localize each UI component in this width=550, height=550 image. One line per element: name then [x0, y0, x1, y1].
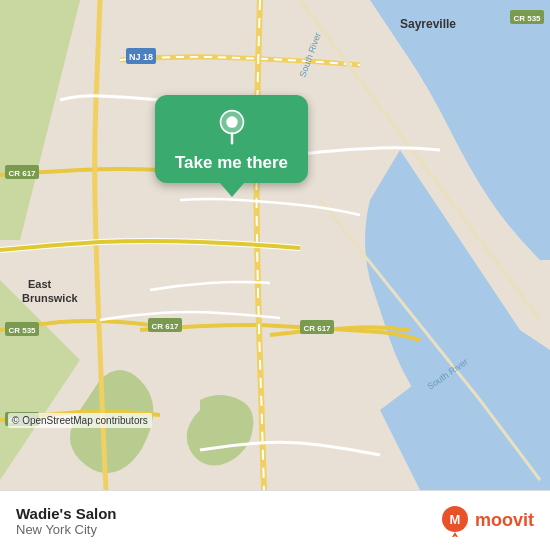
svg-text:CR 535: CR 535 — [513, 14, 541, 23]
svg-text:CR 617: CR 617 — [8, 169, 36, 178]
svg-text:East: East — [28, 278, 52, 290]
svg-text:M: M — [450, 512, 461, 527]
location-pin-icon — [214, 109, 250, 145]
moovit-logo[interactable]: M moovit — [439, 505, 534, 537]
location-city: New York City — [16, 522, 117, 537]
svg-text:Brunswick: Brunswick — [22, 292, 79, 304]
svg-text:CR 617: CR 617 — [151, 322, 179, 331]
svg-point-21 — [226, 116, 237, 127]
bottom-bar: Wadie's Salon New York City M moovit — [0, 490, 550, 550]
svg-text:CR 535: CR 535 — [8, 326, 36, 335]
moovit-text: moovit — [475, 510, 534, 531]
location-info: Wadie's Salon New York City — [16, 505, 117, 537]
popup-label: Take me there — [175, 153, 288, 173]
map-container: NJ 18 CR 617 CR 617 CR 617 CR 535 CR 535… — [0, 0, 550, 490]
popup-bubble[interactable]: Take me there — [155, 95, 308, 183]
svg-text:CR 617: CR 617 — [303, 324, 331, 333]
svg-text:Sayreville: Sayreville — [400, 17, 456, 31]
moovit-icon: M — [439, 505, 471, 537]
osm-attribution: © OpenStreetMap contributors — [8, 413, 152, 428]
svg-text:NJ 18: NJ 18 — [129, 52, 153, 62]
map-popup[interactable]: Take me there — [155, 95, 308, 183]
location-name: Wadie's Salon — [16, 505, 117, 522]
